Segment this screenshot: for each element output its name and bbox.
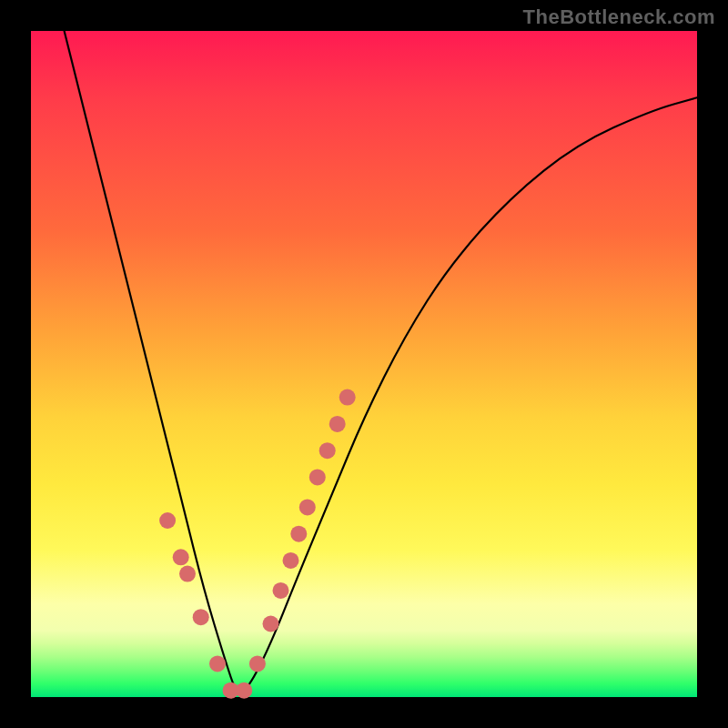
curve-marker [290,526,307,542]
curve-marker [309,469,326,485]
curve-marker [339,389,356,406]
chart-frame: TheBottleneck.com [0,0,728,728]
curve-svg [31,31,697,697]
curve-marker [159,512,176,529]
curve-marker [299,499,316,515]
curve-marker [173,549,189,565]
curve-marker [209,655,226,672]
marker-group [159,389,356,699]
curve-marker [249,655,266,672]
bottleneck-curve [65,31,697,693]
curve-marker [273,582,289,599]
curve-marker [319,442,336,459]
curve-marker [236,682,252,699]
watermark-text: TheBottleneck.com [523,5,715,29]
curve-marker [179,566,196,582]
plot-area [31,31,697,697]
curve-marker [193,609,209,625]
curve-marker [283,552,299,569]
curve-marker [329,416,346,432]
curve-marker [263,616,279,632]
